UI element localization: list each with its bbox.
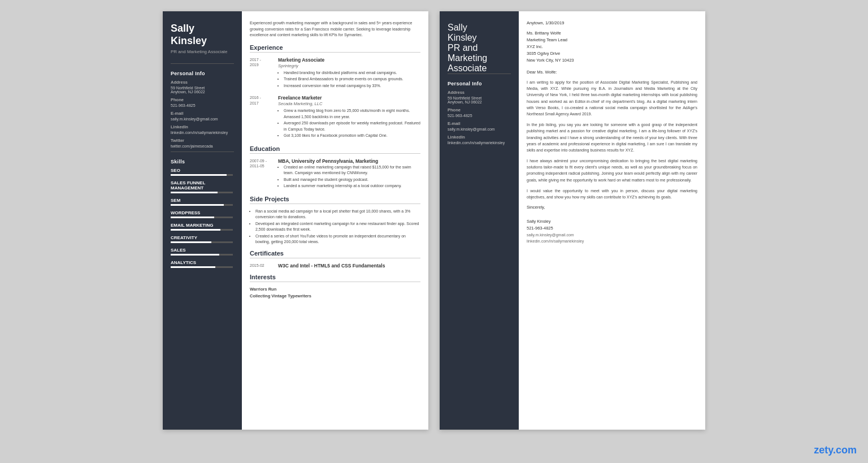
edu-body-1: MBA, University of Pennsylvania, Marketi… bbox=[278, 158, 420, 190]
exp-company-1: Sprintegriy bbox=[278, 63, 420, 68]
exp-title-1: Marketing Associate bbox=[278, 57, 420, 63]
interest-2: Collecting Vintage Typewriters bbox=[250, 293, 420, 298]
sig-linkedin: linkedin.com/in/sallymariekinsley bbox=[527, 238, 697, 244]
exp-title-2: Freelance Marketer bbox=[278, 95, 420, 101]
personal-info-title: Personal Info bbox=[171, 71, 234, 76]
skill-sales: SALES bbox=[171, 248, 234, 256]
cover-job-title: PR and Marketing Associate bbox=[448, 43, 511, 73]
skills-section-title: Skills bbox=[171, 159, 234, 165]
cert-title-1: W3C and Intel - HTML5 and CSS Fundamenta… bbox=[278, 263, 385, 269]
address-value: 59 Northfield StreetAnytown, NJ 06022 bbox=[171, 86, 234, 94]
cover-name: Sally Kinsley bbox=[448, 23, 511, 43]
edu-bullets-1: Created an online marketing campaign tha… bbox=[278, 165, 420, 189]
address-label: Address bbox=[171, 80, 234, 85]
edu-title-1: MBA, University of Pennsylvania, Marketi… bbox=[278, 158, 420, 164]
certificates-section-title: Certificates bbox=[250, 250, 420, 258]
experience-section-title: Experience bbox=[250, 44, 420, 53]
experience-item-1: 2017 -2019 Marketing Associate Sprintegr… bbox=[250, 57, 420, 90]
skill-sales-funnel: SALES FUNNELMANAGEMENT bbox=[171, 180, 234, 193]
phone-label: Phone bbox=[171, 97, 234, 102]
divider-skills bbox=[171, 152, 234, 152]
cover-greeting: Dear Ms. Wolfe: bbox=[527, 70, 697, 75]
resume-document: Sally Kinsley PR and Marketing Associate… bbox=[163, 11, 428, 430]
resume-job-title: PR and Marketing Associate bbox=[171, 49, 234, 55]
education-section-title: Education bbox=[250, 145, 420, 154]
cover-phone-label: Phone bbox=[448, 107, 511, 112]
cover-paragraph-4: I would value the opportunity to meet wi… bbox=[527, 188, 697, 200]
cover-content: Anytown, 1/30/2019 Ms. Brittany Wolfe Ma… bbox=[519, 11, 705, 430]
skill-analytics: ANALYTICS bbox=[171, 260, 234, 268]
side-projects-list: Ran a social media ad campaign for a loc… bbox=[250, 209, 420, 245]
skill-creativity: CREATIVITY bbox=[171, 235, 234, 243]
resume-name: Sally Kinsley bbox=[171, 23, 234, 47]
cover-paragraph-3: I have always admired your uncompromisin… bbox=[527, 158, 697, 183]
skill-email-marketing: EMAIL MARKETING bbox=[171, 223, 234, 231]
cover-recipient: Ms. Brittany Wolfe Marketing Team Lead X… bbox=[527, 30, 697, 64]
interests-section-title: Interests bbox=[250, 274, 420, 282]
skill-sem: SEM bbox=[171, 198, 234, 206]
interest-1: Warriors Run bbox=[250, 287, 420, 292]
exp-date-2: 2016 -2017 bbox=[250, 95, 272, 140]
cover-personal-info-title: Personal Info bbox=[448, 81, 511, 86]
cover-linkedin-label: LinkedIn bbox=[448, 135, 511, 140]
cover-email-label: E-mail bbox=[448, 121, 511, 126]
email-label: E-mail bbox=[171, 111, 234, 116]
cover-letter-document: Sally Kinsley PR and Marketing Associate… bbox=[440, 11, 705, 430]
page-container: Sally Kinsley PR and Marketing Associate… bbox=[0, 0, 868, 463]
exp-company-2: Secada Marketing, LLC bbox=[278, 101, 420, 106]
exp-date-1: 2017 -2019 bbox=[250, 57, 272, 90]
exp-bullets-2: Grew a marketing blog from zero to 25,00… bbox=[278, 108, 420, 139]
skill-wordpress: WORDPRESS bbox=[171, 210, 234, 218]
cover-sidebar: Sally Kinsley PR and Marketing Associate… bbox=[440, 11, 519, 430]
resume-sidebar: Sally Kinsley PR and Marketing Associate… bbox=[163, 11, 242, 430]
zety-watermark: zety.com bbox=[814, 444, 857, 456]
side-projects-section-title: Side Projects bbox=[250, 196, 420, 204]
cover-phone-value: 521-963-4825 bbox=[448, 114, 511, 118]
skill-seo: SEO bbox=[171, 168, 234, 176]
cover-linkedin-value: linkedin.com/in/sallymariekinsley bbox=[448, 141, 511, 145]
education-item-1: 2007-09 -2011-05 MBA, University of Penn… bbox=[250, 158, 420, 190]
cover-paragraph-2: In the job listing, you say you are look… bbox=[527, 122, 697, 153]
cover-date: Anytown, 1/30/2019 bbox=[527, 20, 697, 25]
email-value: sally.m.kinsley@gmail.com bbox=[171, 117, 234, 121]
cover-address-label: Address bbox=[448, 90, 511, 95]
exp-bullets-1: Handled branding for distributed platfor… bbox=[278, 70, 420, 89]
sig-phone: 521-963-4825 bbox=[527, 225, 697, 232]
resume-content: Experienced growth marketing manager wit… bbox=[242, 11, 428, 430]
exp-body-2: Freelance Marketer Secada Marketing, LLC… bbox=[278, 95, 420, 140]
edu-date-1: 2007-09 -2011-05 bbox=[250, 158, 272, 190]
phone-value: 521-963-4825 bbox=[171, 103, 234, 107]
sig-name: Sally Kinsley bbox=[527, 218, 697, 225]
twitter-label: Twitter bbox=[171, 138, 234, 143]
experience-item-2: 2016 -2017 Freelance Marketer Secada Mar… bbox=[250, 95, 420, 140]
cover-address-value: 59 Northfield StreetAnytown, NJ 06022 bbox=[448, 96, 511, 104]
cover-email-value: sally.m.kinsley@gmail.com bbox=[448, 127, 511, 131]
cover-divider-personal bbox=[448, 73, 511, 74]
resume-summary: Experienced growth marketing manager wit… bbox=[250, 20, 420, 38]
linkedin-value: linkedin.com/in/sallymariekinsley bbox=[171, 131, 234, 135]
exp-body-1: Marketing Associate Sprintegriy Handled … bbox=[278, 57, 420, 90]
sig-email: sally.m.kinsley@gmail.com bbox=[527, 232, 697, 238]
linkedin-label: LinkedIn bbox=[171, 124, 234, 129]
twitter-value: twitter.com/jaimesecada bbox=[171, 144, 234, 148]
cover-signature: Sally Kinsley 521-963-4825 sally.m.kinsl… bbox=[527, 218, 697, 244]
cover-paragraph-1: I am writing to apply for the position o… bbox=[527, 79, 697, 117]
cover-closing: Sincerely, bbox=[527, 205, 697, 210]
cert-item-1: 2015-02 W3C and Intel - HTML5 and CSS Fu… bbox=[250, 263, 420, 269]
cert-date-1: 2015-02 bbox=[250, 263, 272, 269]
divider-personal bbox=[171, 63, 234, 64]
